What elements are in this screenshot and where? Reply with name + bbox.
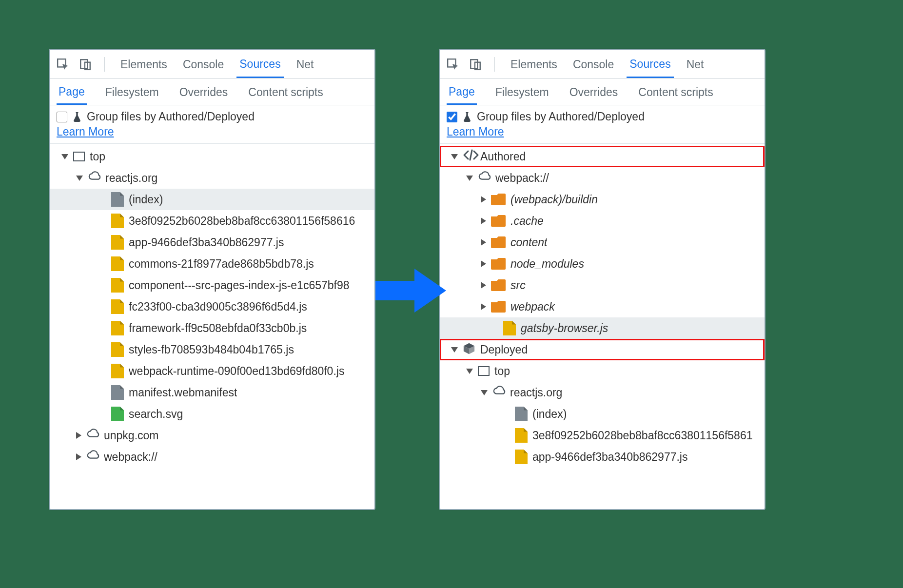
device-toggle-icon[interactable]	[469, 58, 482, 71]
frame-icon	[478, 366, 490, 376]
svg-rect-4	[471, 59, 477, 68]
learn-more-link[interactable]: Learn More	[447, 125, 504, 138]
code-icon	[463, 149, 475, 164]
tree-item[interactable]: framework-ff9c508ebfda0f33cb0b.js	[50, 317, 374, 339]
subtab-content-scripts[interactable]: Content scripts	[246, 80, 325, 104]
tree-item-label: fc233f00-cba3d9005c3896f6d5d4.js	[129, 300, 307, 314]
disclosure-down-icon[interactable]	[76, 176, 83, 181]
disclosure-down-icon[interactable]	[451, 154, 458, 159]
disclosure-spacer	[99, 346, 106, 353]
tree-item[interactable]: app-9466def3ba340b862977.js	[50, 232, 374, 253]
tree-item[interactable]: (index)	[50, 189, 374, 210]
disclosure-down-icon[interactable]	[61, 154, 68, 159]
folder-icon	[491, 215, 506, 227]
tree-item-label: Deployed	[480, 343, 528, 356]
tab-sources[interactable]: Sources	[627, 51, 673, 78]
tree-item[interactable]: fc233f00-cba3d9005c3896f6d5d4.js	[50, 296, 374, 317]
tree-item[interactable]: (webpack)/buildin	[440, 189, 765, 210]
tree-item[interactable]: src	[440, 274, 765, 296]
tree-item[interactable]: Deployed	[440, 339, 765, 360]
devtools-tabstrip: Elements Console Sources Net	[50, 50, 374, 79]
tree-item[interactable]: component---src-pages-index-js-e1c657bf9…	[50, 274, 374, 296]
groupby-checkbox[interactable]	[57, 112, 67, 122]
tree-item-label: top	[494, 365, 510, 378]
folder-icon	[491, 279, 506, 291]
tree-item-label: content	[510, 236, 547, 249]
tab-sources[interactable]: Sources	[236, 51, 283, 78]
tree-item[interactable]: 3e8f09252b6028beb8baf8cc63801156f5861	[440, 425, 765, 446]
disclosure-right-icon[interactable]	[481, 303, 486, 310]
subtab-filesystem[interactable]: Filesystem	[493, 80, 551, 104]
device-toggle-icon[interactable]	[79, 58, 92, 71]
tree-item-label: app-9466def3ba340b862977.js	[532, 451, 687, 464]
inspect-icon[interactable]	[447, 58, 459, 71]
tab-network-cut[interactable]: Net	[294, 51, 317, 77]
devtools-panel-after: Elements Console Sources Net Page Filesy…	[439, 49, 766, 510]
disclosure-spacer	[99, 325, 106, 332]
tab-elements[interactable]: Elements	[508, 51, 560, 77]
learn-more-link[interactable]: Learn More	[57, 125, 114, 138]
sources-subtabs: Page Filesystem Overrides Content script…	[50, 79, 374, 105]
tree-item[interactable]: webpack://	[50, 446, 374, 468]
tree-item[interactable]: 3e8f09252b6028beb8baf8cc63801156f58616	[50, 210, 374, 232]
groupby-checkbox[interactable]	[447, 112, 457, 122]
tree-item[interactable]: top	[440, 360, 765, 382]
tree-item[interactable]: webpack://	[440, 167, 765, 189]
inspect-icon[interactable]	[57, 58, 69, 71]
disclosure-down-icon[interactable]	[466, 176, 473, 181]
disclosure-right-icon[interactable]	[481, 196, 486, 203]
tree-item[interactable]: search.svg	[50, 403, 374, 425]
tree-item[interactable]: Authored	[440, 146, 765, 167]
disclosure-right-icon[interactable]	[481, 282, 486, 289]
devtools-panel-before: Elements Console Sources Net Page Filesy…	[49, 49, 375, 510]
tab-console[interactable]: Console	[570, 51, 617, 77]
tree-item-label: (webpack)/buildin	[510, 193, 598, 206]
tree-item-label: webpack://	[495, 172, 549, 185]
tree-item[interactable]: node_modules	[440, 253, 765, 274]
subtab-filesystem[interactable]: Filesystem	[103, 80, 161, 104]
transition-arrow-icon	[371, 266, 449, 315]
tree-item[interactable]: styles-fb708593b484b04b1765.js	[50, 339, 374, 360]
tree-item[interactable]: webpack	[440, 296, 765, 317]
subtab-page[interactable]: Page	[57, 79, 87, 105]
tree-item[interactable]: gatsby-browser.js	[440, 317, 765, 339]
disclosure-down-icon[interactable]	[481, 390, 488, 395]
file-icon	[111, 385, 124, 400]
subtab-content-scripts[interactable]: Content scripts	[636, 80, 715, 104]
file-icon	[111, 364, 124, 378]
disclosure-down-icon[interactable]	[451, 347, 458, 353]
tree-item[interactable]: reactjs.org	[50, 167, 374, 189]
subtab-overrides[interactable]: Overrides	[568, 80, 620, 104]
disclosure-right-icon[interactable]	[76, 432, 81, 439]
disclosure-spacer	[99, 217, 106, 224]
subtab-overrides[interactable]: Overrides	[177, 80, 230, 104]
file-icon	[111, 214, 124, 228]
tree-item[interactable]: .cache	[440, 210, 765, 232]
file-icon	[111, 321, 124, 335]
disclosure-spacer	[99, 411, 106, 417]
tree-item-label: 3e8f09252b6028beb8baf8cc63801156f58616	[129, 215, 355, 228]
disclosure-right-icon[interactable]	[481, 260, 486, 267]
tree-item[interactable]: top	[50, 146, 374, 167]
disclosure-right-icon[interactable]	[481, 239, 486, 246]
disclosure-spacer	[503, 432, 510, 439]
disclosure-right-icon[interactable]	[481, 217, 486, 224]
subtab-page[interactable]: Page	[447, 79, 477, 105]
disclosure-right-icon[interactable]	[76, 453, 81, 460]
disclosure-down-icon[interactable]	[466, 369, 473, 374]
tab-console[interactable]: Console	[180, 51, 227, 77]
tree-item[interactable]: webpack-runtime-090f00ed13bd69fd80f0.js	[50, 360, 374, 382]
tree-item[interactable]: manifest.webmanifest	[50, 382, 374, 403]
tree-item-label: search.svg	[129, 408, 183, 421]
tree-item[interactable]: (index)	[440, 403, 765, 425]
tree-item[interactable]: content	[440, 232, 765, 253]
tree-item[interactable]: app-9466def3ba340b862977.js	[440, 446, 765, 468]
tree-item[interactable]: reactjs.org	[440, 382, 765, 403]
tree-item[interactable]: unpkg.com	[50, 425, 374, 446]
tab-network-cut[interactable]: Net	[684, 51, 707, 77]
tab-elements[interactable]: Elements	[118, 51, 170, 77]
file-icon	[111, 256, 124, 271]
experiment-icon	[462, 111, 472, 123]
tree-item-label: src	[510, 279, 526, 292]
tree-item[interactable]: commons-21f8977ade868b5bdb78.js	[50, 253, 374, 274]
